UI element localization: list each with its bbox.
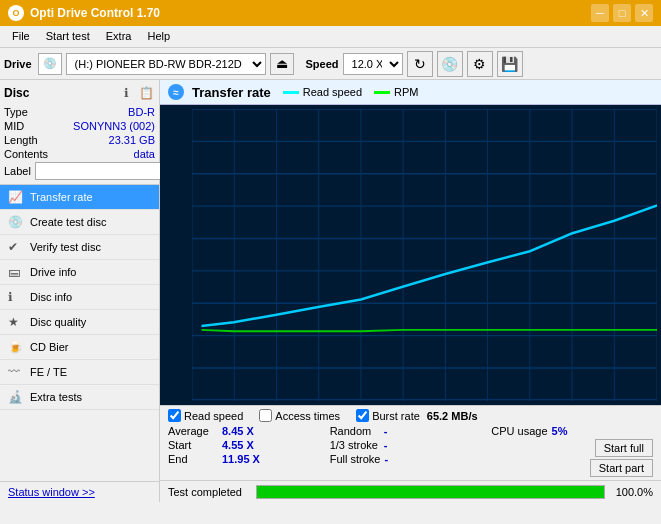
fe-te-icon: 〰 xyxy=(8,365,24,379)
progress-bar-outer xyxy=(256,485,605,499)
nav-verify-test-disc[interactable]: ✔ Verify test disc xyxy=(0,235,159,260)
left-panel: Disc ℹ 📋 Type BD-R MID SONYNN3 (002) Len… xyxy=(0,80,160,502)
stat-col-1: Average 8.45 X Start 4.55 X End 11.95 X xyxy=(168,425,330,477)
menu-file[interactable]: File xyxy=(4,28,38,45)
stroke-1-3-value: - xyxy=(384,439,429,451)
average-row: Average 8.45 X xyxy=(168,425,330,437)
speed-label: Speed xyxy=(306,58,339,70)
start-part-row: Start part xyxy=(491,459,653,477)
title-bar-controls: ─ □ ✕ xyxy=(591,4,653,22)
status-window-button[interactable]: Status window >> xyxy=(0,481,159,502)
nav-cd-bier[interactable]: 🍺 CD Bier xyxy=(0,335,159,360)
disc-info-icon[interactable]: ℹ xyxy=(117,84,135,102)
nav-drive-info[interactable]: 🖴 Drive info xyxy=(0,260,159,285)
length-value: 23.31 GB xyxy=(109,134,155,146)
title-bar-left: O Opti Drive Control 1.70 xyxy=(8,5,160,21)
menu-help[interactable]: Help xyxy=(139,28,178,45)
end-row: End 11.95 X xyxy=(168,453,330,465)
maximize-button[interactable]: □ xyxy=(613,4,631,22)
label-label: Label xyxy=(4,165,31,177)
disc-button[interactable]: 💿 xyxy=(437,51,463,77)
burst-rate-value: 65.2 MB/s xyxy=(427,410,478,422)
cpu-value: 5% xyxy=(552,425,597,437)
rpm-color xyxy=(374,91,390,94)
read-speed-checkbox-item: Read speed xyxy=(168,409,243,422)
progress-percent: 100.0% xyxy=(613,486,653,498)
chart-title-icon: ≈ xyxy=(168,84,184,100)
start-full-row: Start full xyxy=(491,439,653,457)
cd-bier-icon: 🍺 xyxy=(8,340,24,354)
extra-tests-icon: 🔬 xyxy=(8,390,24,404)
access-times-checkbox-label: Access times xyxy=(275,410,340,422)
average-value: 8.45 X xyxy=(222,425,267,437)
label-input[interactable] xyxy=(35,162,168,180)
refresh-button[interactable]: ↻ xyxy=(407,51,433,77)
nav-extra-tests-label: Extra tests xyxy=(30,391,82,403)
menu-start-test[interactable]: Start test xyxy=(38,28,98,45)
disc-quality-icon: ★ xyxy=(8,315,24,329)
stats-checkboxes: Read speed Access times Burst rate 65.2 … xyxy=(168,409,653,422)
progress-bar-container: Test completed 100.0% xyxy=(160,480,661,502)
nav-transfer-rate-label: Transfer rate xyxy=(30,191,93,203)
start-part-button[interactable]: Start part xyxy=(590,459,653,477)
transfer-rate-chart: 18X 16X 14X 12X 10X 8X 6X 4X 2X 0.0 2.5 … xyxy=(192,109,657,401)
disc-info-nav-icon: ℹ xyxy=(8,290,24,304)
read-speed-checkbox[interactable] xyxy=(168,409,181,422)
nav-drive-info-label: Drive info xyxy=(30,266,76,278)
nav-verify-test-disc-label: Verify test disc xyxy=(30,241,101,253)
nav-extra-tests[interactable]: 🔬 Extra tests xyxy=(0,385,159,410)
settings-button[interactable]: ⚙ xyxy=(467,51,493,77)
cpu-row: CPU usage 5% xyxy=(491,425,653,437)
disc-mid-row: MID SONYNN3 (002) xyxy=(4,120,155,132)
burst-rate-checkbox-label: Burst rate xyxy=(372,410,420,422)
burst-rate-checkbox-item: Burst rate 65.2 MB/s xyxy=(356,409,477,422)
cpu-label: CPU usage xyxy=(491,425,547,437)
close-button[interactable]: ✕ xyxy=(635,4,653,22)
burst-rate-checkbox[interactable] xyxy=(356,409,369,422)
menu-extra[interactable]: Extra xyxy=(98,28,140,45)
length-label: Length xyxy=(4,134,38,146)
legend-read-speed-label: Read speed xyxy=(303,86,362,98)
drive-select[interactable]: (H:) PIONEER BD-RW BDR-212D 1.00 xyxy=(66,53,266,75)
nav-disc-quality[interactable]: ★ Disc quality xyxy=(0,310,159,335)
svg-rect-0 xyxy=(192,109,657,401)
end-label: End xyxy=(168,453,218,465)
eject-button[interactable]: ⏏ xyxy=(270,53,294,75)
nav-cd-bier-label: CD Bier xyxy=(30,341,69,353)
mid-value: SONYNN3 (002) xyxy=(73,120,155,132)
title-bar: O Opti Drive Control 1.70 ─ □ ✕ xyxy=(0,0,661,26)
contents-label: Contents xyxy=(4,148,48,160)
start-full-button[interactable]: Start full xyxy=(595,439,653,457)
nav-disc-info[interactable]: ℹ Disc info xyxy=(0,285,159,310)
legend-rpm: RPM xyxy=(374,86,418,98)
disc-section: Disc ℹ 📋 Type BD-R MID SONYNN3 (002) Len… xyxy=(0,80,159,185)
minimize-button[interactable]: ─ xyxy=(591,4,609,22)
legend-rpm-label: RPM xyxy=(394,86,418,98)
speed-select[interactable]: 12.0 X xyxy=(343,53,403,75)
mid-label: MID xyxy=(4,120,24,132)
type-label: Type xyxy=(4,106,28,118)
chart-legend: Read speed RPM xyxy=(283,86,419,98)
nav-fe-te[interactable]: 〰 FE / TE xyxy=(0,360,159,385)
progress-bar-inner xyxy=(257,486,604,498)
nav-create-test-disc[interactable]: 💿 Create test disc xyxy=(0,210,159,235)
random-label: Random xyxy=(330,425,380,437)
stroke-1-3-label: 1/3 stroke xyxy=(330,439,380,451)
end-value: 11.95 X xyxy=(222,453,267,465)
progress-status: Test completed xyxy=(168,486,248,498)
access-times-checkbox[interactable] xyxy=(259,409,272,422)
access-times-checkbox-item: Access times xyxy=(259,409,340,422)
nav-disc-quality-label: Disc quality xyxy=(30,316,86,328)
contents-value: data xyxy=(134,148,155,160)
disc-contents-row: Contents data xyxy=(4,148,155,160)
disc-title: Disc xyxy=(4,86,29,100)
read-speed-color xyxy=(283,91,299,94)
chart-header: ≈ Transfer rate Read speed RPM xyxy=(160,80,661,105)
drive-info-icon: 🖴 xyxy=(8,265,24,279)
nav-transfer-rate[interactable]: 📈 Transfer rate xyxy=(0,185,159,210)
label-row: Label 🏷 xyxy=(4,162,155,180)
chart-title: Transfer rate xyxy=(192,85,271,100)
disc-copy-icon[interactable]: 📋 xyxy=(137,84,155,102)
main-content: Disc ℹ 📋 Type BD-R MID SONYNN3 (002) Len… xyxy=(0,80,661,502)
save-button[interactable]: 💾 xyxy=(497,51,523,77)
